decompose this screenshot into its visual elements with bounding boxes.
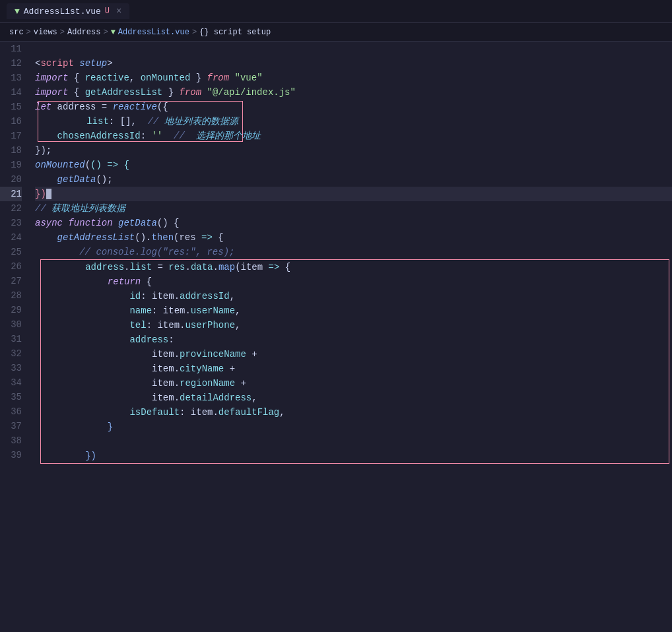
ln-34: 34 [0,375,22,390]
code-line-12: <script setup> [35,56,672,71]
code-line-19: onMounted(() => { [35,158,672,172]
breadcrumb: src > views > Address > ▼ AddressList.vu… [0,23,672,42]
editor-area: 11 12 13 14 15 16 17 18 19 20 21 22 23 2… [0,42,672,632]
ln-12: 12 [0,56,22,71]
ln-31: 31 [0,332,22,346]
ln-36: 36 [0,404,22,419]
code-line-33: item.cityName + [41,362,669,376]
ln-21: 21 [0,187,22,201]
code-line-24: getAddressList().then(res => { [35,230,672,245]
code-line-27: return { [41,274,669,289]
code-line-37: } [41,420,669,434]
breadcrumb-vue-icon: ▼ [111,28,116,37]
ln-35: 35 [0,390,22,404]
vue-logo-icon: ▼ [15,7,20,16]
code-line-39: }) [41,449,669,463]
breadcrumb-sep4: > [192,28,197,37]
ln-16: 16 [0,114,22,129]
ln-30: 30 [0,317,22,332]
tab-close-button[interactable]: × [116,6,121,16]
ln-25: 25 [0,245,22,259]
ln-15: 15 [0,100,22,114]
ln-39: 39 [0,448,22,462]
title-bar: ▼ AddressList.vue U × [0,0,672,23]
tab-modified-badge: U [105,7,110,16]
ln-26: 26 [0,259,22,274]
breadcrumb-file: AddressList.vue [118,28,189,37]
code-line-26: address.list = res.data.map(item => { [41,260,669,274]
code-line-25: // console.log("res:", res); [35,245,672,259]
breadcrumb-sep2: > [60,28,65,37]
code-line-13: import { reactive, onMounted } from "vue… [35,71,672,85]
tab-filename: AddressList.vue [24,7,101,16]
code-line-31: address: [41,332,669,347]
red-border-section: address.list = res.data.map(item => { re… [40,259,669,464]
breadcrumb-sep1: > [26,28,31,37]
file-tab[interactable]: ▼ AddressList.vue U × [7,3,129,19]
code-line-23: async function getData() { [35,216,672,230]
code-line-22: // 获取地址列表数据 [35,201,672,216]
code-line-20: getData(); [35,172,672,187]
code-line-35: item.detailAddress, [41,391,669,405]
ln-13: 13 [0,71,22,85]
code-line-14: import { getAddressList } from "@/api/in… [35,85,672,100]
ln-32: 32 [0,346,22,361]
ln-23: 23 [0,216,22,230]
breadcrumb-views: views [34,28,57,37]
ln-14: 14 [0,85,22,100]
ln-11: 11 [0,42,22,56]
code-line-36: isDefault: item.defaultFlag, [41,405,669,420]
ln-33: 33 [0,361,22,375]
code-line-30: tel: item.userPhone, [41,318,669,332]
code-line-21: }) [35,187,672,201]
ln-24: 24 [0,230,22,245]
breadcrumb-script-setup: {} script setup [199,28,271,37]
line-numbers: 11 12 13 14 15 16 17 18 19 20 21 22 23 2… [0,42,30,632]
code-line-11 [35,42,672,56]
ln-27: 27 [0,274,22,288]
breadcrumb-sep3: > [103,28,108,37]
ln-38: 38 [0,433,22,448]
ln-22: 22 [0,201,22,216]
code-line-38 [41,434,669,449]
code-line-28: id: item.addressId, [41,289,669,303]
ln-37: 37 [0,419,22,433]
code-line-32: item.provinceName + [41,347,669,362]
code-line-29: name: item.userName, [41,303,669,318]
ln-19: 19 [0,158,22,172]
ln-18: 18 [0,143,22,158]
ln-29: 29 [0,303,22,317]
breadcrumb-src: src [9,28,24,37]
code-content: <script setup> import { reactive, onMoun… [30,42,672,632]
code-line-18: }); [35,143,672,158]
ln-17: 17 [0,129,22,143]
code-line-17: chosenAddressId: '' // 选择的那个地址 [35,129,672,143]
ln-28: 28 [0,288,22,303]
code-line-34: item.regionName + [41,376,669,391]
code-line-16: list: [], // 地址列表的数据源 [35,114,672,129]
breadcrumb-address: Address [67,28,100,37]
ln-20: 20 [0,172,22,187]
